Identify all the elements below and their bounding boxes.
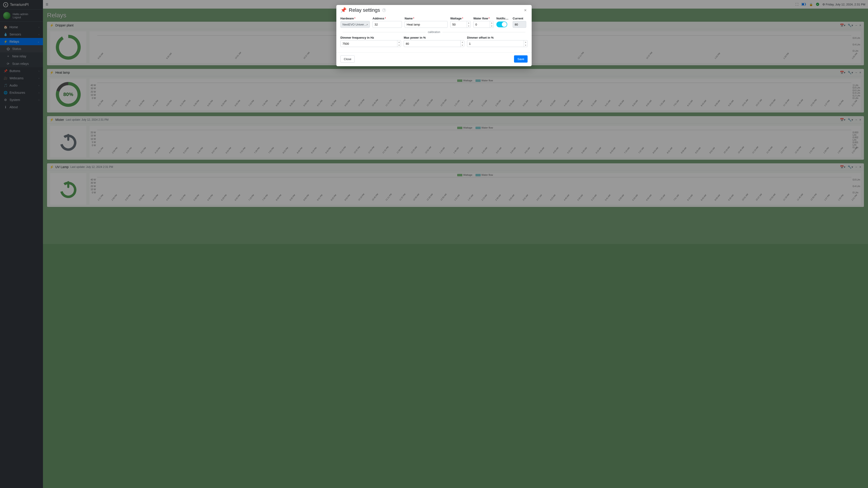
label-address: Address* xyxy=(373,17,402,20)
max-power-stepper[interactable]: ▲▼ xyxy=(460,40,464,47)
label-current: Current xyxy=(513,17,526,20)
dimmer-freq-stepper[interactable]: ▲▼ xyxy=(397,40,401,47)
modal-title: Relay settings xyxy=(349,7,380,13)
pin-icon[interactable]: 📌 xyxy=(340,7,346,13)
notification-toggle[interactable] xyxy=(496,22,507,27)
help-icon[interactable]: ? xyxy=(382,8,386,12)
calibration-divider: calibration xyxy=(340,31,528,34)
close-button[interactable]: Close xyxy=(340,55,355,63)
label-dimmer-offset: Dimmer offset in % xyxy=(467,36,528,39)
label-waterflow: Water flow* xyxy=(473,17,494,20)
label-dimmer-freq: Dimmer frequency in Hz xyxy=(340,36,401,39)
label-max-power: Max power in % xyxy=(404,36,464,39)
address-input[interactable] xyxy=(373,21,402,28)
dimmer-freq-input[interactable] xyxy=(340,40,401,47)
hardware-select[interactable]: NextEVO Univer… xyxy=(340,21,370,28)
current-input[interactable] xyxy=(513,21,526,28)
max-power-input[interactable] xyxy=(404,40,464,47)
label-hardware: Hardware* xyxy=(340,17,370,20)
waterflow-stepper[interactable]: ▲▼ xyxy=(490,21,493,28)
dimmer-offset-input[interactable] xyxy=(467,40,528,47)
modal-close-icon[interactable]: × xyxy=(523,8,528,13)
wattage-stepper[interactable]: ▲▼ xyxy=(467,21,470,28)
modal-backdrop[interactable]: 📌 Relay settings ? × Hardware* NextEVO U… xyxy=(0,0,868,488)
relay-settings-modal: 📌 Relay settings ? × Hardware* NextEVO U… xyxy=(336,5,532,66)
dimmer-offset-stepper[interactable]: ▲▼ xyxy=(524,40,527,47)
save-button[interactable]: Save xyxy=(514,55,528,63)
name-input[interactable] xyxy=(405,21,447,28)
label-notification: Notifica… xyxy=(496,17,510,20)
label-name: Name* xyxy=(405,17,447,20)
label-wattage: Wattage* xyxy=(450,17,471,20)
